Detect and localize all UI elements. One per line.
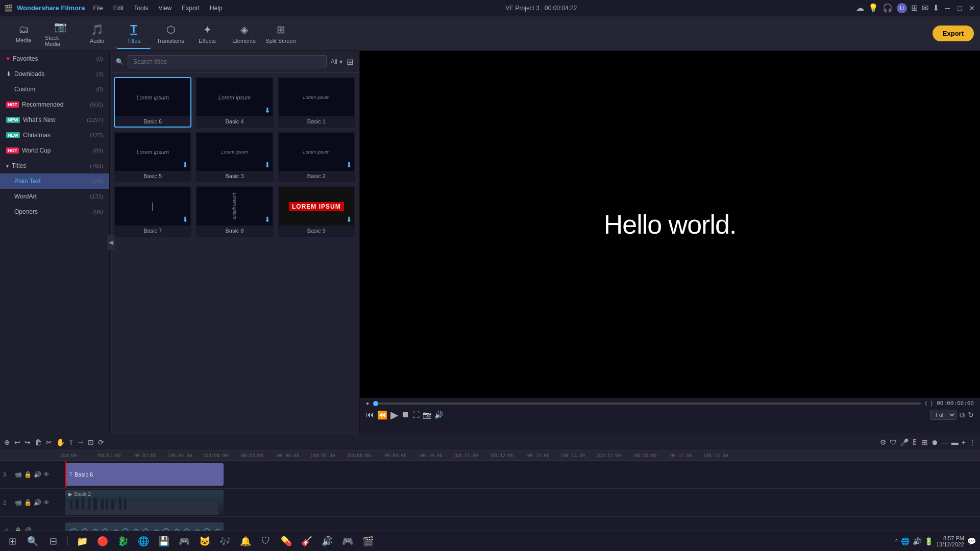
- title-card-basic4[interactable]: Lorem ipsum ⬇ Basic 4: [195, 77, 273, 128]
- taskbar-speaker-icon[interactable]: 🔊: [913, 537, 921, 545]
- start-button[interactable]: ⊞: [4, 533, 20, 549]
- play-button[interactable]: ▶: [390, 409, 398, 421]
- title-card-basic5[interactable]: Lorem ipsum ⬇ Basic 5: [114, 132, 191, 182]
- menu-help[interactable]: Help: [206, 4, 227, 13]
- record-icon[interactable]: ⏺: [931, 438, 938, 446]
- taskbar-chevron-icon[interactable]: ^: [895, 538, 898, 544]
- tool-elements[interactable]: ◈ Elements: [227, 18, 261, 49]
- snapshot-button[interactable]: 📷: [423, 411, 431, 419]
- crop-button[interactable]: ⊡: [88, 438, 94, 446]
- split-button[interactable]: ⊣: [78, 438, 84, 446]
- title-card-basic6[interactable]: Lorem ipsum Basic 6: [114, 77, 191, 128]
- delete-button[interactable]: 🗑: [35, 438, 42, 446]
- taskbar-search-button[interactable]: 🔍: [24, 533, 41, 549]
- avatar[interactable]: U: [897, 3, 907, 13]
- filter-dropdown[interactable]: All ▾: [331, 58, 342, 65]
- title-card-basic3[interactable]: Lorem ipsum ⬇ Basic 3: [195, 132, 273, 182]
- cut-button[interactable]: ✂: [46, 438, 52, 446]
- menu-file[interactable]: File: [89, 4, 107, 13]
- fullscreen-preview-button[interactable]: ⛶: [412, 411, 420, 419]
- headset-icon[interactable]: 🎧: [883, 3, 893, 13]
- undo-button[interactable]: ↩: [14, 438, 20, 446]
- tool-split-screen[interactable]: ⊞ Split Screen: [263, 18, 298, 49]
- clip-basic6[interactable]: T Basic 6: [65, 463, 224, 485]
- light-icon[interactable]: 💡: [868, 3, 878, 13]
- taskbar-clock[interactable]: 8:57 PM 13/12/2022: [936, 535, 964, 547]
- taskbar-steam-icon[interactable]: 🎮: [339, 533, 356, 549]
- sidebar-item-plain-text[interactable]: Plain Text (29): [0, 173, 109, 189]
- taskbar-nvidia-icon[interactable]: 🐉: [115, 533, 131, 549]
- tool-stock-media[interactable]: 📷 Stock Media: [43, 18, 78, 49]
- sidebar-item-wordart[interactable]: WordArt (133): [0, 189, 109, 204]
- seek-bar[interactable]: [373, 403, 921, 405]
- track-eye-icon-3[interactable]: 👁: [43, 471, 50, 478]
- taskbar-chrome-icon[interactable]: 🌐: [135, 533, 152, 549]
- cloud-icon[interactable]: ☁: [856, 3, 864, 13]
- grid-icon[interactable]: ⊞: [911, 3, 918, 13]
- task-view-button[interactable]: ⊟: [45, 533, 61, 549]
- step-back-button[interactable]: ⏪: [377, 410, 387, 420]
- sidebar-item-favorites[interactable]: ♥ Favorites (0): [0, 51, 109, 66]
- track-mute-icon-2[interactable]: 🔊: [34, 499, 41, 506]
- panel-collapse-arrow[interactable]: ◀: [107, 235, 115, 250]
- grid-view-icon[interactable]: ⊞: [347, 57, 353, 67]
- sidebar-item-recommended[interactable]: HOT Recommended (500): [0, 97, 109, 112]
- taskbar-notifications-icon[interactable]: 💬: [967, 537, 976, 545]
- taskbar-opera-icon[interactable]: 🔴: [94, 533, 111, 549]
- title-card-basic1[interactable]: Lorem ipsum Basic 1: [278, 77, 355, 128]
- menu-edit[interactable]: Edit: [109, 4, 128, 13]
- taskbar-filmora-icon[interactable]: 🎬: [360, 533, 376, 549]
- shield-icon[interactable]: 🛡: [890, 438, 897, 446]
- render-button[interactable]: ↻: [968, 411, 974, 419]
- taskbar-app6-icon[interactable]: 🐱: [197, 533, 213, 549]
- title-card-text7[interactable]: | ⬇ Basic 7: [114, 186, 191, 237]
- taskbar-network-icon[interactable]: 🌐: [901, 537, 910, 545]
- taskbar-app8-icon[interactable]: 🔔: [237, 533, 254, 549]
- rewind-button[interactable]: ⏮: [366, 410, 374, 419]
- menu-tools[interactable]: Tools: [130, 4, 152, 13]
- more-options-icon[interactable]: ⋮: [969, 438, 976, 446]
- taskbar-clip-icon[interactable]: 💾: [156, 533, 172, 549]
- settings-icon[interactable]: ⚙: [880, 438, 887, 446]
- sidebar-item-custom[interactable]: Custom (0): [0, 82, 109, 97]
- track-eye-icon-2[interactable]: 👁: [43, 499, 50, 506]
- taskbar-files-icon[interactable]: 📁: [74, 533, 90, 549]
- taskbar-app7-icon[interactable]: 🎶: [217, 533, 233, 549]
- sidebar-item-downloads[interactable]: ⬇ Downloads (3): [0, 66, 109, 82]
- sidebar-item-openers[interactable]: Openers (96): [0, 204, 109, 219]
- clip-stock2[interactable]: ▶ Stock 2: [65, 490, 224, 515]
- taskbar-vlc-icon[interactable]: 🔊: [319, 533, 335, 549]
- audio-button[interactable]: 🔊: [434, 411, 443, 419]
- sidebar-item-titles[interactable]: ▾ Titles (760): [0, 158, 109, 173]
- minimize-button[interactable]: ─: [943, 4, 951, 12]
- track-lock-icon-3[interactable]: 🔒: [24, 471, 32, 478]
- sidebar-item-christmas[interactable]: NEW Christmas (125): [0, 128, 109, 143]
- pip-button[interactable]: ⧉: [960, 411, 965, 419]
- taskbar-app9-icon[interactable]: 🛡: [258, 533, 274, 549]
- taskbar-app10-icon[interactable]: 💊: [278, 533, 295, 549]
- hand-tool-button[interactable]: ✋: [56, 438, 65, 446]
- mixer-icon[interactable]: 🎚: [912, 438, 919, 446]
- zoom-select[interactable]: Full: [930, 410, 957, 420]
- zoom-in-button[interactable]: +: [962, 438, 966, 446]
- zoom-out-button[interactable]: —: [941, 438, 948, 446]
- track-lock-icon-2[interactable]: 🔒: [24, 499, 32, 506]
- menu-view[interactable]: View: [154, 4, 176, 13]
- mic-icon[interactable]: 🎤: [900, 438, 909, 446]
- tool-media[interactable]: 🗂 Media: [6, 18, 41, 49]
- tool-transitions[interactable]: ⬡ Transitions: [153, 18, 188, 49]
- redo-button[interactable]: ↪: [24, 438, 31, 446]
- tool-titles[interactable]: T Titles: [116, 18, 151, 49]
- text-tool-button[interactable]: T: [69, 438, 74, 446]
- sidebar-item-whats-new[interactable]: NEW What's New (2297): [0, 112, 109, 128]
- taskbar-spotify-icon[interactable]: 🎸: [299, 533, 315, 549]
- track-mute-icon-3[interactable]: 🔊: [34, 471, 41, 478]
- speed-button[interactable]: ⟳: [98, 438, 104, 446]
- taskbar-app5-icon[interactable]: 🎮: [176, 533, 192, 549]
- search-input[interactable]: [128, 55, 327, 68]
- export-button[interactable]: Export: [933, 26, 974, 41]
- download-icon[interactable]: ⬇: [933, 3, 939, 13]
- tool-effects[interactable]: ✦ Effects: [190, 18, 225, 49]
- menu-export[interactable]: Export: [178, 4, 204, 13]
- maximize-button[interactable]: □: [955, 4, 964, 12]
